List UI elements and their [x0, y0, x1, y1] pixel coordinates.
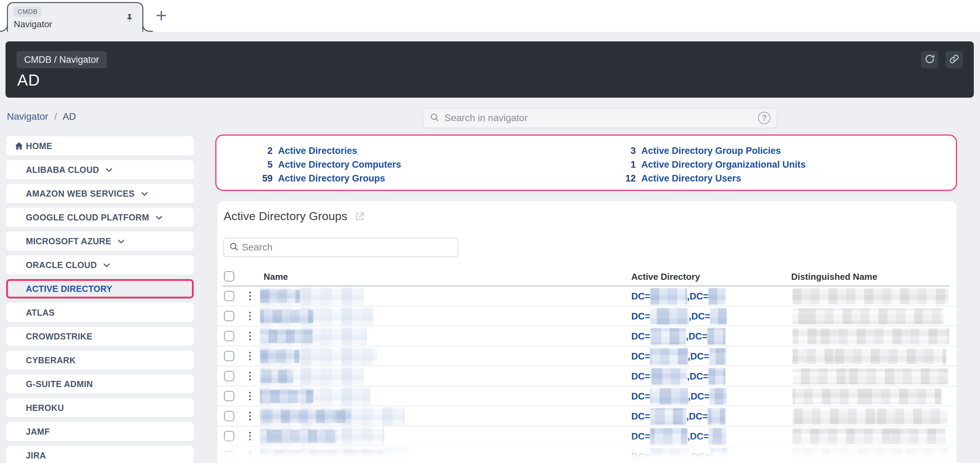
redacted-tld-blur — [710, 388, 727, 405]
sidebar-item-amazon-web-services[interactable]: AMAZON WEB SERVICES — [6, 184, 194, 203]
sidebar-item-jira[interactable]: JIRA — [6, 446, 194, 463]
redacted-domain-blur — [650, 368, 687, 385]
sidebar-item-oracle-cloud[interactable]: ORACLE CLOUD — [6, 255, 194, 275]
sidebar-item-label: JIRA — [26, 450, 46, 461]
kebab-menu-icon[interactable] — [247, 350, 253, 362]
redacted-name-blur — [260, 350, 299, 363]
sidebar-item-label: ORACLE CLOUD — [26, 260, 97, 270]
navigator-search-input[interactable] — [444, 112, 758, 123]
tab-cmdb-navigator[interactable]: CMDB Navigator — [7, 2, 143, 32]
sidebar-item-jamf[interactable]: JAMF — [6, 422, 194, 441]
redacted-name-blur — [260, 410, 351, 423]
redacted-tld-blur — [708, 368, 725, 385]
chevron-down-icon — [155, 213, 163, 222]
ad-dc-separator: ,DC= — [687, 431, 709, 442]
row-checkbox[interactable] — [224, 311, 234, 321]
summary-link-active-directory-organizational-units[interactable]: Active Directory Organizational Units — [641, 160, 806, 170]
breadcrumb-chip: CMDB / Navigator — [16, 51, 107, 68]
sidebar-item-label: ACTIVE DIRECTORY — [26, 284, 112, 294]
active-directory-link[interactable]: DC=,DC= — [631, 346, 726, 366]
active-directory-link[interactable]: DC=,DC= — [631, 326, 725, 346]
new-tab-button[interactable]: + — [151, 4, 172, 26]
sidebar-item-heroku[interactable]: HEROKU — [6, 398, 194, 417]
active-directory-link[interactable]: DC=,DC= — [631, 366, 725, 386]
row-checkbox[interactable] — [224, 431, 234, 441]
copy-link-button[interactable] — [945, 51, 963, 68]
redacted-distinguished-name — [792, 449, 948, 463]
summary-link-active-directories[interactable]: Active Directories — [278, 145, 357, 156]
kebab-menu-icon[interactable] — [247, 390, 253, 402]
section-title: Active Directory Groups — [224, 209, 347, 223]
summary-count: 59 — [249, 173, 272, 184]
summary-column-left: 2Active Directories5Active Directory Com… — [249, 144, 401, 185]
kebab-menu-icon[interactable] — [247, 450, 253, 463]
kebab-menu-icon[interactable] — [247, 430, 253, 443]
kebab-menu-icon[interactable] — [247, 370, 253, 383]
refresh-button[interactable] — [921, 51, 938, 68]
summary-link-active-directory-groups[interactable]: Active Directory Groups — [278, 173, 385, 184]
table-row: DC=,DC= — [218, 326, 956, 346]
redacted-name-blur — [260, 330, 313, 343]
kebab-menu-icon[interactable] — [247, 290, 253, 303]
sidebar-item-label: GOOGLE CLOUD PLATFORM — [26, 212, 149, 222]
kebab-menu-icon[interactable] — [247, 330, 253, 343]
sidebar-item-cyberark[interactable]: CYBERARK — [6, 351, 194, 370]
redacted-tld-blur — [708, 408, 725, 425]
row-checkbox[interactable] — [224, 451, 234, 461]
groups-search-input[interactable] — [242, 242, 453, 253]
column-header-distinguished-name: Distinguished Name — [791, 271, 877, 282]
active-directory-link[interactable]: DC=,DC= — [631, 447, 727, 463]
summary-link-active-directory-group-policies[interactable]: Active Directory Group Policies — [641, 145, 781, 156]
row-checkbox[interactable] — [224, 291, 234, 301]
redacted-tld-blur — [708, 328, 725, 345]
summary-column-right: 3Active Directory Group Policies1Active … — [612, 144, 806, 185]
breadcrumb-navigator-link[interactable]: Navigator — [7, 111, 48, 122]
row-checkbox[interactable] — [224, 371, 234, 381]
sidebar-item-atlas[interactable]: ATLAS — [6, 303, 194, 322]
redacted-distinguished-name — [792, 329, 949, 344]
sidebar-item-g-suite-admin[interactable]: G-SUITE ADMIN — [6, 374, 194, 394]
breadcrumb-current: AD — [63, 111, 76, 122]
summary-row: 12Active Directory Users — [612, 171, 806, 185]
ad-dc-separator: ,DC= — [687, 371, 708, 382]
row-checkbox[interactable] — [224, 351, 234, 361]
sidebar-item-google-cloud-platform[interactable]: GOOGLE CLOUD PLATFORM — [6, 208, 194, 227]
pushpin-icon[interactable] — [124, 13, 135, 24]
ad-dc-separator: ,DC= — [688, 351, 709, 362]
kebab-menu-icon[interactable] — [247, 310, 253, 323]
summary-count: 12 — [612, 173, 636, 184]
ad-dc-separator: ,DC= — [686, 411, 708, 422]
summary-link-active-directory-users[interactable]: Active Directory Users — [641, 173, 741, 184]
breadcrumb: Navigator / AD — [7, 110, 76, 123]
sidebar-item-microsoft-azure[interactable]: MICROSOFT AZURE — [6, 232, 194, 251]
sidebar-item-crowdstrike[interactable]: CROWDSTRIKE — [6, 327, 194, 346]
tab-app-badge: CMDB — [13, 6, 42, 17]
redacted-tld-blur — [709, 428, 726, 445]
active-directory-link[interactable]: DC=,DC= — [631, 307, 727, 326]
active-directory-link[interactable]: DC=,DC= — [631, 406, 725, 426]
home-icon — [14, 141, 24, 153]
row-checkbox[interactable] — [224, 391, 234, 401]
active-directory-groups-panel: Active Directory Groups Name Active Dire… — [218, 201, 956, 463]
redacted-distinguished-name — [792, 348, 946, 364]
select-all-checkbox[interactable] — [224, 271, 234, 281]
column-header-active-directory: Active Directory — [631, 271, 700, 282]
help-icon[interactable]: ? — [758, 112, 770, 124]
kebab-menu-icon[interactable] — [247, 410, 253, 423]
sidebar-item-alibaba-cloud[interactable]: ALIBABA CLOUD — [6, 160, 194, 179]
search-icon — [430, 112, 440, 124]
active-directory-link[interactable]: DC=,DC= — [631, 286, 726, 307]
active-directory-link[interactable]: DC=,DC= — [631, 386, 727, 406]
summary-link-active-directory-computers[interactable]: Active Directory Computers — [278, 160, 401, 170]
ad-dc-prefix: DC= — [631, 311, 650, 322]
sidebar-item-home[interactable]: HOME — [6, 136, 194, 156]
ad-dc-prefix: DC= — [631, 411, 650, 422]
table-row: DC=,DC= — [218, 346, 956, 366]
row-checkbox[interactable] — [224, 331, 234, 341]
ad-dc-prefix: DC= — [631, 351, 650, 362]
sidebar-item-active-directory[interactable]: ACTIVE DIRECTORY — [6, 279, 194, 299]
table-row: DC=,DC= — [218, 366, 956, 386]
active-directory-link[interactable]: DC=,DC= — [631, 426, 726, 447]
external-link-icon[interactable] — [354, 211, 365, 222]
row-checkbox[interactable] — [224, 411, 234, 421]
